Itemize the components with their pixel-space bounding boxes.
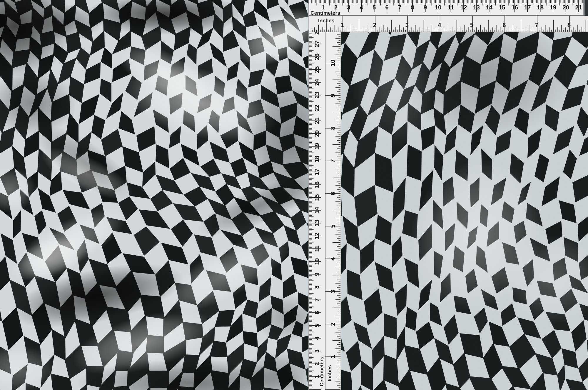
svg-text:Inches: Inches: [318, 18, 335, 24]
svg-text:14: 14: [314, 207, 320, 214]
svg-text:6: 6: [314, 311, 320, 314]
svg-text:3: 3: [405, 22, 409, 29]
svg-text:4: 4: [438, 22, 441, 29]
svg-text:19: 19: [550, 4, 557, 11]
svg-text:Inches: Inches: [327, 365, 333, 381]
svg-text:13: 13: [473, 4, 480, 11]
svg-text:5: 5: [314, 324, 320, 327]
svg-text:7: 7: [330, 159, 336, 162]
svg-text:13: 13: [314, 220, 320, 226]
svg-text:24: 24: [314, 79, 320, 86]
svg-text:18: 18: [537, 4, 544, 11]
svg-text:23: 23: [314, 92, 320, 99]
svg-text:3: 3: [347, 4, 350, 11]
svg-text:17: 17: [314, 169, 320, 175]
svg-text:26: 26: [314, 54, 320, 60]
svg-text:15: 15: [499, 4, 505, 11]
svg-text:17: 17: [524, 4, 531, 11]
svg-text:22: 22: [314, 105, 320, 111]
svg-text:10: 10: [314, 258, 320, 265]
svg-text:1: 1: [330, 355, 336, 358]
svg-text:3: 3: [330, 290, 336, 293]
svg-text:12: 12: [460, 4, 467, 11]
svg-text:7: 7: [398, 4, 401, 11]
svg-text:11: 11: [448, 4, 454, 11]
svg-text:21: 21: [575, 4, 582, 11]
svg-text:10: 10: [435, 4, 442, 11]
svg-text:20: 20: [562, 4, 569, 11]
svg-text:16: 16: [511, 4, 518, 11]
svg-text:Centimeters: Centimeters: [319, 356, 325, 386]
svg-text:5: 5: [330, 224, 336, 228]
svg-text:4: 4: [360, 4, 363, 11]
svg-text:16: 16: [314, 181, 320, 188]
svg-text:2: 2: [373, 22, 376, 29]
svg-text:9: 9: [424, 4, 427, 11]
svg-text:1: 1: [340, 22, 344, 29]
svg-text:8: 8: [567, 22, 571, 29]
svg-text:7: 7: [314, 298, 320, 301]
svg-text:6: 6: [330, 192, 336, 195]
svg-text:14: 14: [486, 4, 492, 11]
svg-text:8: 8: [330, 126, 336, 130]
svg-text:11: 11: [314, 246, 320, 252]
svg-text:3: 3: [314, 349, 320, 353]
svg-text:12: 12: [314, 233, 320, 239]
svg-text:6: 6: [502, 22, 506, 29]
svg-text:8: 8: [314, 285, 320, 289]
svg-text:15: 15: [314, 194, 320, 201]
svg-text:4: 4: [314, 336, 320, 340]
svg-text:9: 9: [330, 94, 336, 97]
svg-text:6: 6: [385, 4, 388, 11]
svg-text:21: 21: [314, 117, 320, 124]
svg-text:7: 7: [535, 22, 538, 29]
svg-text:Centimeters: Centimeters: [310, 10, 340, 16]
svg-text:19: 19: [314, 143, 320, 150]
svg-text:27: 27: [314, 41, 320, 47]
svg-text:5: 5: [470, 22, 473, 29]
svg-text:20: 20: [314, 130, 320, 137]
svg-text:10: 10: [330, 60, 336, 66]
svg-text:4: 4: [330, 257, 336, 261]
svg-text:2: 2: [330, 322, 336, 326]
svg-text:18: 18: [314, 156, 320, 163]
svg-text:8: 8: [411, 4, 414, 11]
svg-text:9: 9: [314, 273, 320, 276]
svg-text:5: 5: [372, 4, 376, 11]
svg-text:25: 25: [314, 66, 320, 73]
